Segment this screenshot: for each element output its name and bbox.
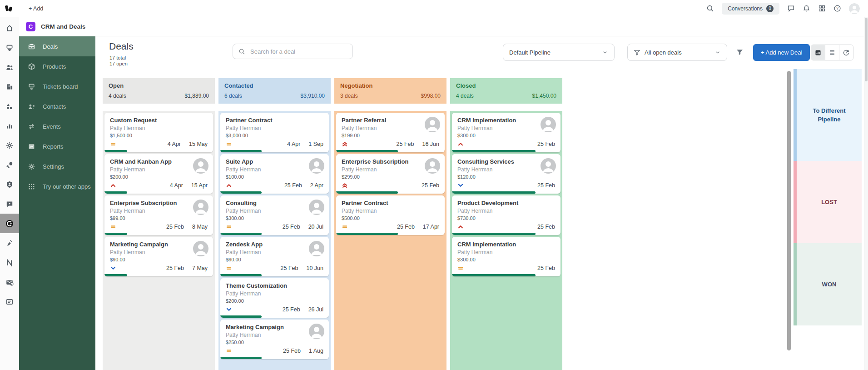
bar-chart-icon	[5, 122, 14, 130]
activity-view-toggle[interactable]	[839, 45, 853, 60]
rail-crm-app[interactable]	[0, 214, 19, 233]
bell-icon[interactable]	[803, 5, 810, 12]
column-deal-count: 6 deals	[224, 93, 242, 99]
rail-shield-user[interactable]	[0, 175, 19, 194]
deal-end-date: 1 Sep	[308, 141, 323, 147]
sidebar-item-label: Reports	[43, 143, 64, 150]
window-scrollbar-thumb[interactable]	[865, 18, 868, 81]
deal-card-partner-referral[interactable]: Partner ReferralPatty Herrman$199.0025 F…	[336, 113, 445, 152]
filter-funnel-icon[interactable]	[736, 48, 744, 56]
deal-card-enterprise-subscription[interactable]: Enterprise SubscriptionPatty Herrman$299…	[336, 154, 445, 194]
kanban-view-toggle[interactable]	[811, 45, 825, 60]
dropzone-lost[interactable]: LOST	[794, 161, 862, 243]
deal-start-date: 25 Feb	[397, 224, 415, 230]
conversations-button[interactable]: Conversations 0	[722, 3, 779, 15]
topbar-actions: Conversations 0 ?	[706, 3, 868, 15]
list-view-toggle[interactable]	[825, 45, 839, 60]
deal-amount: $300.00	[226, 215, 323, 221]
stage-progress-bar	[220, 357, 262, 359]
deal-amount: $299.00	[342, 174, 439, 180]
deal-start-date: 25 Feb	[537, 224, 555, 230]
deal-card-consulting[interactable]: ConsultingPatty Herrman$300.0025 Feb20 J…	[220, 195, 329, 235]
deal-card-custom-request[interactable]: Custom RequestPatty Herrman$1,500.004 Ap…	[104, 113, 213, 152]
deal-card-product-development[interactable]: Product DevelopmentPatty Herrman$730.002…	[452, 195, 560, 235]
rail-comet[interactable]	[0, 155, 19, 175]
rail-shapes[interactable]	[0, 96, 19, 116]
deal-dates: 25 Feb16 Jun	[397, 141, 439, 147]
sidebar-item-tickets-board[interactable]: Tickets board	[19, 76, 95, 96]
board-scrollbar-thumb[interactable]	[787, 71, 791, 350]
sidebar-item-events[interactable]: Events	[19, 116, 95, 136]
topbar: + Add Conversations 0 ?	[0, 0, 868, 17]
pipeline-select[interactable]: Default Pipeline	[503, 44, 615, 61]
deal-owner: Patty Herrman	[457, 249, 555, 255]
column-title: Open	[109, 82, 209, 89]
rail-letter-n[interactable]	[0, 253, 19, 272]
rail-building[interactable]	[0, 77, 19, 96]
column-body: Custom RequestPatty Herrman$1,500.004 Ap…	[103, 111, 215, 370]
deal-card-zendesk-app[interactable]: Zendesk AppPatty Herrman$60.0025 Feb10 J…	[220, 237, 329, 276]
contact-avatar	[193, 241, 208, 256]
sidebar-item-settings[interactable]: Settings	[19, 156, 95, 176]
rail-bar-chart[interactable]	[0, 116, 19, 135]
user-avatar[interactable]	[849, 3, 860, 14]
search-icon[interactable]	[706, 5, 714, 12]
priority-low-icon	[110, 265, 116, 271]
deal-card-crm-implementation[interactable]: CRM ImplementationPatty Herrman$300.0025…	[452, 237, 560, 276]
dropzone-won[interactable]: WON	[794, 243, 862, 325]
column-header: Open4 deals$1,889.00	[103, 78, 215, 104]
apps-grid-icon[interactable]	[818, 5, 826, 12]
deal-end-date: 10 Jun	[306, 265, 323, 271]
board-scrollbar[interactable]	[787, 67, 791, 368]
deal-start-date: 25 Feb	[166, 224, 184, 230]
rail-chat-play[interactable]	[0, 194, 19, 214]
priority-medium-icon	[110, 224, 116, 230]
sidebar-item-contacts[interactable]: Contacts	[19, 96, 95, 116]
chat-icon[interactable]	[787, 5, 795, 12]
deal-card-marketing-campaign[interactable]: Marketing CampaignPatty Herrman$90.0025 …	[104, 237, 213, 276]
deals-filter-select[interactable]: All open deals	[627, 44, 727, 61]
chevron-down-icon	[602, 49, 608, 55]
open-count: 17 open	[109, 61, 128, 67]
deal-card-suite-app[interactable]: Suite AppPatty Herrman$100.0025 Feb2 Apr	[220, 154, 329, 194]
rail-mail-check[interactable]	[0, 272, 19, 292]
sidebar-item-try-our-other-apps[interactable]: Try our other apps	[19, 176, 95, 196]
deal-card-consulting-services[interactable]: Consulting ServicesPatty Herrman$120.002…	[452, 154, 560, 194]
column-body: CRM ImplementationPatty Herrman$300.0025…	[450, 111, 562, 370]
deal-start-date: 25 Feb	[284, 182, 302, 189]
deal-start-date: 25 Feb	[166, 265, 184, 271]
rail-broom[interactable]	[0, 233, 19, 253]
help-icon[interactable]: ?	[833, 5, 841, 12]
deal-dates: 25 Feb	[537, 265, 555, 271]
dropzone-to-different-pipeline[interactable]: To Different Pipeline	[794, 69, 862, 161]
deal-meta: 25 Feb2 Apr	[226, 182, 323, 189]
rail-people[interactable]	[0, 57, 19, 77]
deal-dates: 4 Apr15 Apr	[170, 182, 208, 189]
dropzone-label: LOST	[821, 198, 837, 206]
deal-card-enterprise-subscription[interactable]: Enterprise SubscriptionPatty Herrman$99.…	[104, 195, 213, 235]
sidebar-item-reports[interactable]: Reports	[19, 136, 95, 156]
deal-card-partner-contract[interactable]: Partner ContractPatty Herrman$500.0025 F…	[336, 195, 445, 235]
stage-progress-bar	[220, 274, 262, 276]
deal-card-partner-contract[interactable]: Partner ContractPatty Herrman$3,000.004 …	[220, 113, 329, 152]
rail-home[interactable]	[0, 18, 19, 38]
rail-ticket-stack[interactable]	[0, 38, 19, 57]
sidebar-item-deals[interactable]: Deals	[19, 36, 95, 56]
deal-card-crm-implementation[interactable]: CRM ImplementationPatty Herrman$300.0025…	[452, 113, 560, 152]
global-add-button[interactable]: + Add	[26, 4, 46, 14]
rail-kanban-card[interactable]	[0, 292, 19, 311]
deal-card-marketing-campaign[interactable]: Marketing CampaignPatty Herrman$250.0025…	[220, 320, 329, 359]
sidebar-item-products[interactable]: Products	[19, 56, 95, 76]
deal-end-date: 1 Aug	[309, 348, 323, 354]
deal-card-theme-customization[interactable]: Theme CustomizationPatty Herrman$200.002…	[220, 278, 329, 318]
rail-gear[interactable]	[0, 135, 19, 155]
priority-medium-icon	[110, 141, 116, 147]
deal-meta: 25 Feb10 Jun	[226, 265, 323, 271]
deal-meta: 25 Feb7 May	[110, 265, 208, 271]
window-scrollbar[interactable]	[864, 17, 868, 370]
add-new-deal-button[interactable]: + Add new Deal	[753, 44, 810, 61]
deals-filter-value: All open deals	[645, 49, 682, 56]
deal-search-input[interactable]	[249, 48, 347, 55]
deal-card-crm-and-kanban-app[interactable]: CRM and Kanban AppPatty Herrman$200.004 …	[104, 154, 213, 194]
priority-medium-icon	[457, 265, 464, 271]
